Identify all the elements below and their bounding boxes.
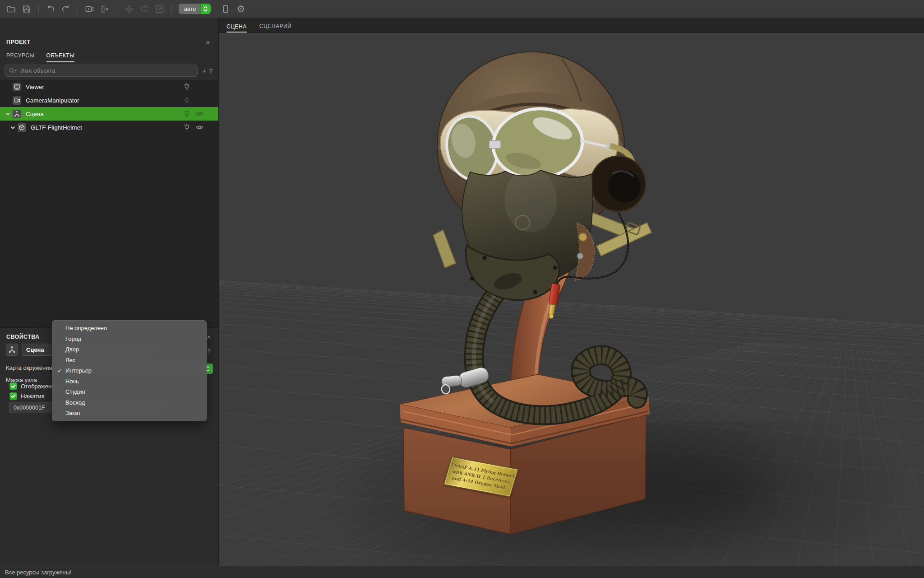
project-tabs: РЕСУРСЫ ОБЪЕКТЫ	[6, 52, 74, 62]
properties-panel-title: СВОЙСТВА	[6, 334, 39, 340]
menu-item[interactable]: Студия	[52, 387, 207, 397]
scene-object-icon	[6, 344, 18, 356]
chevron-down-icon[interactable]	[8, 125, 18, 131]
menu-item[interactable]: Ночь	[52, 376, 207, 387]
flight-helmet-model	[219, 33, 924, 566]
menu-item[interactable]: Не определено	[52, 323, 207, 334]
folder-icon[interactable]	[4, 2, 19, 16]
tree-row[interactable]: GLTF-FlightHelmet	[0, 121, 218, 134]
project-panel: ПРОЕКТ × РЕСУРСЫ ОБЪЕКТЫ + ? ViewerCamer…	[0, 18, 218, 327]
save-icon[interactable]	[19, 2, 34, 16]
light-bulb-icon[interactable]	[180, 110, 193, 118]
tree-row[interactable]: Viewer	[0, 80, 218, 93]
scale-tool-icon[interactable]	[152, 2, 167, 16]
status-message: Все ресурсы загружены!	[5, 569, 72, 576]
close-icon[interactable]: ×	[207, 333, 211, 341]
menu-item-label: Двор	[65, 346, 79, 353]
viewport-tabbar: СЦЕНА СЦЕНАРИЙ	[219, 18, 924, 33]
status-bar: Все ресурсы загружены!	[0, 566, 924, 578]
move-tool-icon[interactable]	[121, 2, 137, 16]
add-object-button[interactable]: +	[201, 67, 208, 75]
rotate-tool-icon[interactable]	[137, 2, 152, 16]
light-bulb-icon[interactable]	[180, 83, 193, 91]
menu-item[interactable]: Двор	[52, 344, 207, 355]
menu-item[interactable]: Закат	[52, 408, 207, 419]
earpiece	[591, 156, 646, 211]
menu-item-label: Восход	[65, 399, 85, 406]
menu-item[interactable]: Лес	[52, 355, 207, 366]
object-tree: ViewerCameraManipulatorСценаGLTF-FlightH…	[0, 80, 218, 327]
project-panel-title: ПРОЕКТ	[6, 39, 30, 45]
checkbox-row-display[interactable]: Отображение	[9, 382, 58, 390]
menu-item[interactable]: ✓Интерьер	[52, 365, 207, 376]
env-map-label: Карта окружения	[6, 364, 52, 371]
tree-item-label: GLTF-FlightHelmet	[31, 124, 180, 131]
app-window: авто ⚙ ПРОЕКТ × РЕСУРСЫ ОБЪЕКТЫ	[0, 0, 924, 578]
checkbox-row-clicks[interactable]: Нажатия	[9, 392, 45, 400]
eye-icon[interactable]	[193, 110, 206, 118]
tree-item-label: Viewer	[26, 84, 180, 90]
tab-scenario[interactable]: СЦЕНАРИЙ	[259, 23, 291, 33]
toolbar: авто ⚙	[0, 0, 924, 18]
search-input[interactable]	[20, 67, 194, 74]
auto-mode-label: авто	[179, 4, 200, 14]
search-icon	[9, 67, 18, 75]
tree-item-label: Сцена	[26, 111, 180, 117]
menu-item-label: Студия	[65, 388, 85, 395]
tab-objects[interactable]: ОБЪЕКТЫ	[46, 52, 75, 62]
viewer-icon	[13, 83, 21, 91]
menu-item-label: Интерьер	[65, 367, 92, 374]
device-icon[interactable]	[218, 2, 233, 16]
chevron-down-icon[interactable]	[3, 111, 13, 117]
tab-scene[interactable]: СЦЕНА	[226, 23, 247, 33]
cube-icon	[18, 123, 26, 132]
viewport: СЦЕНА СЦЕНАРИЙ	[219, 18, 924, 566]
undo-icon[interactable]	[43, 2, 58, 16]
menu-item[interactable]: Восход	[52, 397, 207, 408]
oxygen-mask	[462, 168, 594, 300]
env-map-menu: Не определеноГородДворЛес✓ИнтерьерНочьСт…	[52, 320, 207, 421]
menu-item-label: Город	[65, 336, 81, 342]
checkmark-icon: ✓	[55, 368, 64, 374]
menu-item-label: Ночь	[65, 378, 79, 385]
help-button[interactable]: ?	[208, 67, 214, 75]
close-icon[interactable]: ×	[206, 39, 210, 47]
viewport-canvas[interactable]: USAAF A-11 Flying Helmet with ANB-H-1 Re…	[219, 33, 924, 566]
light-bulb-icon[interactable]	[180, 97, 193, 103]
checkbox-checked-icon[interactable]	[9, 392, 17, 400]
menu-item-label: Не определено	[65, 325, 107, 331]
menu-item[interactable]: Город	[52, 334, 207, 345]
tree-row[interactable]: CameraManipulator	[0, 93, 218, 107]
eye-icon[interactable]	[193, 123, 206, 131]
settings-gear-icon[interactable]: ⚙	[233, 2, 249, 16]
tab-resources[interactable]: РЕСУРСЫ	[6, 52, 35, 62]
checkbox-checked-icon[interactable]	[9, 382, 17, 390]
auto-mode-select[interactable]: авто	[179, 4, 211, 14]
object-search[interactable]	[5, 65, 198, 77]
auto-stepper-icon[interactable]	[200, 4, 211, 14]
properties-help-button[interactable]: ?	[207, 348, 211, 355]
camera-icon	[13, 96, 21, 105]
tree-item-label: CameraManipulator	[26, 97, 180, 104]
menu-item-label: Лес	[65, 357, 75, 364]
redo-icon[interactable]	[58, 2, 74, 16]
export-icon[interactable]	[97, 2, 113, 16]
play-camera-icon[interactable]	[82, 2, 97, 16]
left-sidebar: ПРОЕКТ × РЕСУРСЫ ОБЪЕКТЫ + ? ViewerCamer…	[0, 18, 219, 566]
light-bulb-icon[interactable]	[180, 123, 193, 131]
scene-icon	[13, 110, 21, 118]
tree-row[interactable]: Сцена	[0, 107, 218, 121]
checkbox-label: Нажатия	[21, 393, 45, 400]
menu-item-label: Закат	[65, 410, 81, 416]
